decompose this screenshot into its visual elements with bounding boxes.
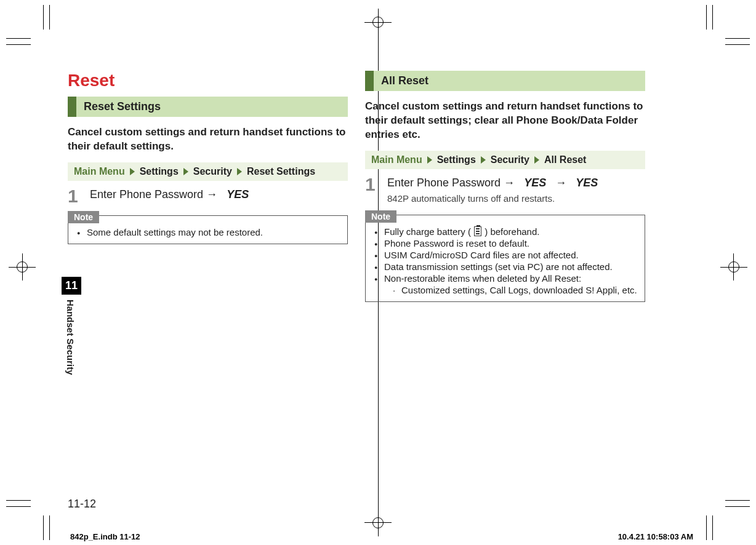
- footer-datetime: 10.4.21 10:58:03 AM: [618, 532, 693, 541]
- chevron-right-icon: [183, 168, 188, 175]
- chevron-right-icon: [130, 168, 135, 175]
- step-text-pre: Enter Phone Password: [387, 177, 504, 189]
- note-label: Note: [68, 211, 99, 223]
- arrow-right-icon: →: [504, 177, 515, 189]
- step-1: 1 Enter Phone Password → YES: [68, 187, 348, 205]
- breadcrumb-item: Security: [193, 166, 232, 177]
- page: 11 Handset Security Reset Reset Settings…: [68, 18, 696, 523]
- breadcrumb: Main Menu Settings Security All Reset: [365, 151, 645, 169]
- arrow-right-icon: →: [206, 188, 217, 201]
- chevron-right-icon: [534, 156, 539, 164]
- breadcrumb-item: Security: [491, 154, 529, 165]
- step-action-yes: YES: [524, 177, 546, 189]
- chapter-title: Handset Security: [65, 300, 76, 398]
- page-title: Reset: [68, 71, 348, 90]
- step-number: 1: [68, 187, 81, 205]
- section-heading-reset-settings: Reset Settings: [68, 97, 348, 117]
- note-item: Data transmission settings (set via PC) …: [374, 261, 638, 272]
- breadcrumb-item: Main Menu: [371, 154, 422, 165]
- note-subitem: Customized settings, Call Logs, download…: [393, 285, 638, 295]
- step-text: Enter Phone Password → YES → YES 842P au…: [387, 175, 598, 205]
- step-text-pre: Enter Phone Password: [90, 188, 206, 201]
- chevron-right-icon: [481, 156, 486, 164]
- note-box: Note Some default settings may not be re…: [68, 215, 348, 244]
- chapter-tab: 11 Handset Security: [62, 277, 81, 398]
- note-item: Non-restorable items when deleted by All…: [374, 273, 638, 295]
- note-item: Fully charge battery ( ) beforehand.: [374, 226, 638, 237]
- page-number: 11-12: [68, 498, 96, 511]
- breadcrumb-item: Settings: [140, 166, 179, 177]
- step-subtext: 842P automatically turns off and restart…: [387, 193, 598, 205]
- note-text: Fully charge battery (: [384, 226, 471, 237]
- step-action-yes: YES: [227, 188, 249, 201]
- footer-file: 842p_E.indb 11-12: [70, 532, 140, 541]
- step-text: Enter Phone Password → YES: [90, 187, 249, 205]
- breadcrumb-item: All Reset: [544, 154, 586, 165]
- lead-text: Cancel custom settings and return handse…: [68, 125, 348, 154]
- lead-text: Cancel custom settings and return handse…: [365, 100, 645, 142]
- note-text: ) beforehand.: [485, 226, 539, 237]
- note-label: Note: [365, 210, 396, 223]
- note-item: Phone Password is reset to default.: [374, 238, 638, 249]
- step-number: 1: [365, 175, 379, 205]
- note-box: Note Fully charge battery ( ) beforehand…: [365, 215, 645, 302]
- right-column: All Reset Cancel custom settings and ret…: [365, 71, 645, 302]
- chevron-right-icon: [427, 156, 432, 164]
- chevron-right-icon: [237, 168, 242, 175]
- chapter-number: 11: [62, 277, 81, 295]
- arrow-right-icon: →: [555, 177, 566, 189]
- battery-icon: [474, 226, 481, 236]
- section-heading-all-reset: All Reset: [365, 71, 645, 91]
- note-text: Non-restorable items when deleted by All…: [384, 273, 581, 284]
- note-item: USIM Card/microSD Card files are not aff…: [374, 250, 638, 260]
- note-item: Some default settings may not be restore…: [77, 227, 341, 237]
- breadcrumb: Main Menu Settings Security Reset Settin…: [68, 162, 348, 181]
- breadcrumb-item: Settings: [437, 154, 476, 165]
- print-footer: 842p_E.indb 11-12 10.4.21 10:58:03 AM: [68, 532, 696, 541]
- step-1: 1 Enter Phone Password → YES → YES 842P …: [365, 175, 645, 205]
- step-action-yes: YES: [576, 177, 598, 189]
- left-column: Reset Reset Settings Cancel custom setti…: [68, 71, 348, 302]
- breadcrumb-item: Main Menu: [74, 166, 125, 177]
- breadcrumb-item: Reset Settings: [247, 166, 315, 177]
